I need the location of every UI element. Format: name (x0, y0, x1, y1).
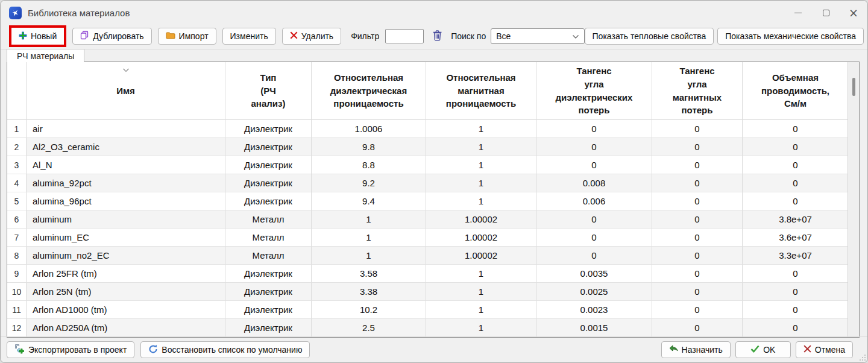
column-header[interactable]: Относительная магнитная проницаемость (426, 62, 536, 120)
search-by-dropdown[interactable]: Все (491, 28, 584, 44)
table-cell[interactable]: 0 (536, 156, 652, 174)
table-cell[interactable]: 1.0006 (312, 120, 426, 138)
table-cell[interactable]: 3.6e+07 (743, 229, 849, 247)
ok-button[interactable]: OK (735, 341, 791, 358)
scrollbar-thumb[interactable] (852, 78, 855, 96)
table-cell[interactable]: 0 (652, 319, 743, 337)
table-cell[interactable]: 1 (426, 138, 536, 156)
table-cell[interactable]: Диэлектрик (225, 192, 312, 210)
table-cell[interactable]: alumina_96pct (27, 192, 225, 210)
table-cell[interactable]: Arlon AD250A (tm) (27, 319, 225, 337)
edit-button[interactable]: Изменить (222, 28, 276, 45)
import-button[interactable]: Импорт (158, 28, 216, 45)
cancel-button[interactable]: Отмена (796, 341, 853, 358)
table-cell[interactable]: 0 (536, 210, 652, 229)
table-cell[interactable]: 0 (536, 229, 652, 247)
resize-grip[interactable] (859, 354, 866, 361)
column-header[interactable]: Тип (РЧ анализ) (225, 62, 312, 120)
table-cell[interactable]: 0 (743, 283, 849, 301)
table-cell[interactable]: 1 (312, 247, 426, 265)
table-cell[interactable]: 0.006 (536, 192, 652, 210)
column-header[interactable]: Объемная проводимость, См/м (743, 62, 849, 120)
table-cell[interactable]: Arlon 25FR (tm) (27, 265, 225, 283)
vertical-scrollbar[interactable] (848, 62, 859, 337)
table-cell[interactable]: 0.0025 (536, 283, 652, 301)
table-cell[interactable]: Металл (225, 229, 312, 247)
restore-defaults-button[interactable]: Восстановить список по умолчанию (140, 341, 310, 358)
table-cell[interactable]: 0 (536, 120, 652, 138)
table-cell[interactable]: 1 (426, 174, 536, 192)
table-cell[interactable]: 1.00002 (426, 247, 536, 265)
table-cell[interactable]: Диэлектрик (225, 319, 312, 337)
table-cell[interactable]: Металл (225, 210, 312, 229)
table-cell[interactable]: 0.0035 (536, 265, 652, 283)
table-cell[interactable]: Диэлектрик (225, 138, 312, 156)
table-cell[interactable]: 9.2 (312, 174, 426, 192)
table-cell[interactable]: Arlon 25N (tm) (27, 283, 225, 301)
column-header[interactable]: Имя (27, 62, 225, 120)
table-cell[interactable]: 1 (312, 210, 426, 229)
export-to-project-button[interactable]: Экспортировать в проект (7, 341, 134, 358)
table-cell[interactable]: 0 (743, 319, 849, 337)
table-cell[interactable]: 1 (426, 192, 536, 210)
close-button[interactable]: × (840, 1, 867, 25)
minimize-button[interactable] (784, 1, 812, 25)
table-cell[interactable]: 0 (652, 301, 743, 319)
table-cell[interactable]: 1 (426, 156, 536, 174)
table-cell[interactable]: Диэлектрик (225, 174, 312, 192)
table-cell[interactable]: 10.2 (312, 301, 426, 319)
table-cell[interactable]: 0 (652, 156, 743, 174)
column-header[interactable]: Относительная диэлектрическая проницаемо… (312, 62, 426, 120)
column-header[interactable]: Тангенс угла диэлектрических потерь (536, 62, 652, 120)
table-cell[interactable]: air (27, 120, 225, 138)
table-cell[interactable]: 3.3e+07 (743, 247, 849, 265)
table-cell[interactable]: Диэлектрик (225, 156, 312, 174)
table-cell[interactable]: Металл (225, 247, 312, 265)
table-cell[interactable]: 1.00002 (426, 210, 536, 229)
table-cell[interactable]: aluminum_EC (27, 229, 225, 247)
table-cell[interactable]: 0 (652, 265, 743, 283)
table-cell[interactable]: 1 (426, 301, 536, 319)
table-cell[interactable]: 0.0023 (536, 301, 652, 319)
table-cell[interactable]: Диэлектрик (225, 283, 312, 301)
table-cell[interactable]: 0 (652, 120, 743, 138)
table-cell[interactable]: 0 (536, 138, 652, 156)
table-cell[interactable]: Arlon AD1000 (tm) (27, 301, 225, 319)
table-cell[interactable]: 0 (652, 138, 743, 156)
table-cell[interactable]: 9.8 (312, 138, 426, 156)
table-cell[interactable]: 0 (652, 247, 743, 265)
table-cell[interactable]: 0 (743, 138, 849, 156)
column-header[interactable]: Тангенс угла магнитных потерь (652, 62, 743, 120)
table-cell[interactable]: 0.008 (536, 174, 652, 192)
table-cell[interactable]: 0 (536, 247, 652, 265)
table-cell[interactable]: 0 (652, 283, 743, 301)
table-cell[interactable]: 0 (652, 229, 743, 247)
table-cell[interactable]: 1 (312, 229, 426, 247)
table-cell[interactable]: 1 (426, 319, 536, 337)
table-cell[interactable]: aluminum (27, 210, 225, 229)
table-cell[interactable]: 3.58 (312, 265, 426, 283)
table-cell[interactable]: alumina_92pct (27, 174, 225, 192)
delete-button[interactable]: Удалить (282, 28, 341, 45)
table-cell[interactable]: 0 (652, 210, 743, 229)
clear-filter-button[interactable] (429, 28, 446, 45)
table-cell[interactable]: 0 (743, 174, 849, 192)
show-thermal-button[interactable]: Показать тепловые свойства (585, 28, 714, 45)
filter-input[interactable] (385, 29, 424, 43)
table-cell[interactable]: 0 (652, 192, 743, 210)
table-cell[interactable]: Диэлектрик (225, 265, 312, 283)
table-cell[interactable]: 0 (743, 301, 849, 319)
duplicate-button[interactable]: Дублировать (72, 28, 151, 45)
table-cell[interactable]: 3.38 (312, 283, 426, 301)
table-cell[interactable]: 2.5 (312, 319, 426, 337)
table-cell[interactable]: Al2_O3_ceramic (27, 138, 225, 156)
table-cell[interactable]: 0 (743, 192, 849, 210)
table-cell[interactable]: 1 (426, 265, 536, 283)
table-cell[interactable]: 9.4 (312, 192, 426, 210)
table-cell[interactable]: 0 (743, 265, 849, 283)
new-button[interactable]: Новый (11, 28, 64, 45)
table-cell[interactable]: 1 (426, 283, 536, 301)
table-cell[interactable]: Диэлектрик (225, 301, 312, 319)
table-cell[interactable]: 1 (426, 120, 536, 138)
table-cell[interactable]: 0 (743, 120, 849, 138)
